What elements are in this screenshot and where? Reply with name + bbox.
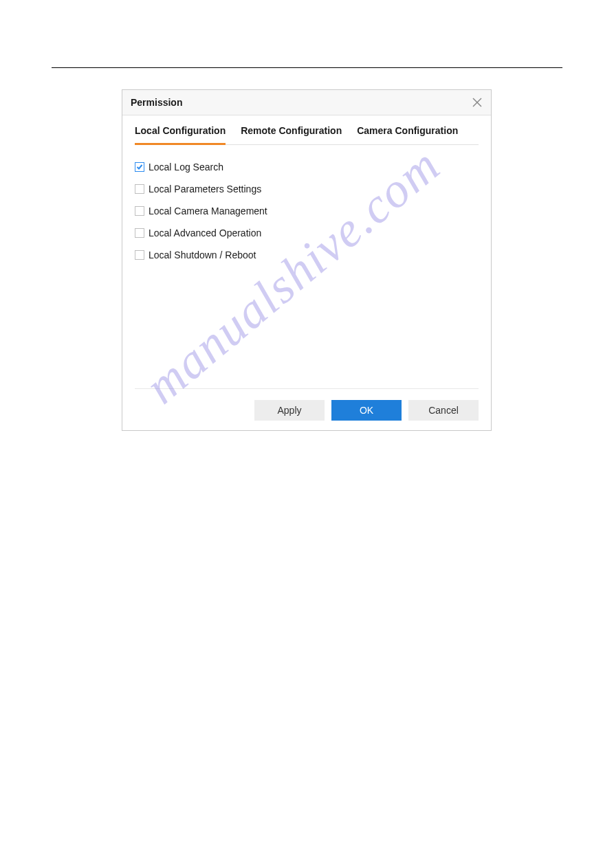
checkbox-label: Local Camera Management: [149, 205, 267, 216]
dialog-title: Permission: [131, 97, 182, 108]
dialog-titlebar: Permission: [122, 90, 491, 115]
checkbox-local-camera-management[interactable]: [135, 206, 144, 216]
page-divider: [52, 67, 562, 68]
checkbox-row-local-shutdown-reboot: Local Shutdown / Reboot: [135, 249, 479, 260]
dialog-footer: Apply OK Cancel: [122, 389, 491, 430]
tab-camera-configuration[interactable]: Camera Configuration: [357, 125, 458, 145]
checkbox-label: Local Shutdown / Reboot: [149, 249, 256, 260]
checkbox-local-advanced-operation[interactable]: [135, 228, 144, 238]
checkbox-local-parameters-settings[interactable]: [135, 184, 144, 194]
cancel-button[interactable]: Cancel: [408, 400, 479, 421]
checkbox-local-shutdown-reboot[interactable]: [135, 250, 144, 260]
checkbox-row-local-advanced-operation: Local Advanced Operation: [135, 227, 479, 238]
checkbox-label: Local Parameters Settings: [149, 183, 261, 194]
close-icon[interactable]: [470, 96, 484, 109]
tab-remote-configuration[interactable]: Remote Configuration: [241, 125, 342, 145]
tabs: Local Configuration Remote Configuration…: [135, 125, 479, 145]
checkbox-row-local-camera-management: Local Camera Management: [135, 205, 479, 216]
checkbox-label: Local Advanced Operation: [149, 227, 261, 238]
tab-local-configuration[interactable]: Local Configuration: [135, 125, 226, 145]
apply-button[interactable]: Apply: [254, 400, 325, 421]
checkbox-list: Local Log Search Local Parameters Settin…: [135, 145, 479, 278]
permission-dialog: Permission Local Configuration Remote Co…: [122, 89, 492, 431]
checkbox-label: Local Log Search: [149, 162, 223, 173]
checkbox-row-local-parameters-settings: Local Parameters Settings: [135, 183, 479, 194]
checkbox-row-local-log-search: Local Log Search: [135, 162, 479, 173]
ok-button[interactable]: OK: [331, 400, 402, 421]
dialog-body: Local Configuration Remote Configuration…: [122, 115, 491, 389]
checkbox-local-log-search[interactable]: [135, 162, 144, 172]
